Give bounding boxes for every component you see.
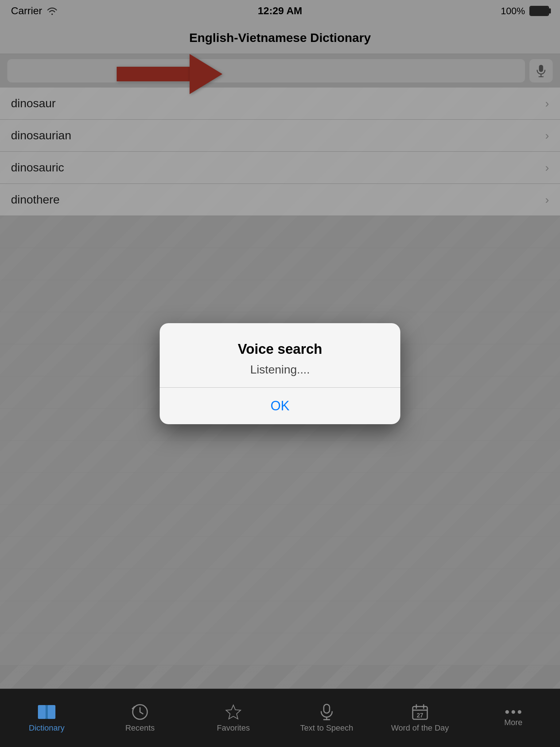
modal-backdrop: Voice search Listening.... OK [0, 0, 560, 747]
svg-rect-4 [47, 705, 55, 719]
tab-bar: Dictionary Recents Favorites Text to Spe… [0, 689, 560, 747]
svg-point-17 [512, 710, 515, 714]
tab-more[interactable]: More [467, 689, 560, 747]
svg-text:27: 27 [417, 712, 423, 719]
book-icon [37, 704, 56, 720]
tab-dictionary[interactable]: Dictionary [0, 689, 93, 747]
tab-dictionary-label: Dictionary [29, 723, 65, 733]
modal-subtitle: Listening.... [174, 363, 386, 376]
svg-point-16 [505, 710, 509, 714]
tab-tts[interactable]: Text to Speech [280, 689, 373, 747]
modal-title: Voice search [174, 341, 386, 357]
tab-more-label: More [504, 718, 522, 727]
tab-recents[interactable]: Recents [93, 689, 187, 747]
svg-point-18 [518, 710, 521, 714]
microphone-tab-icon [319, 704, 334, 720]
modal-ok-button[interactable]: OK [160, 388, 400, 424]
tab-favorites-label: Favorites [217, 723, 250, 733]
tab-wotd[interactable]: 27 Word of the Day [373, 689, 467, 747]
modal-content: Voice search Listening.... [160, 323, 400, 387]
svg-marker-7 [226, 705, 241, 719]
svg-rect-8 [324, 704, 330, 713]
clock-icon [132, 704, 148, 720]
voice-search-modal: Voice search Listening.... OK [160, 323, 400, 424]
star-icon [225, 704, 242, 720]
tab-tts-label: Text to Speech [300, 723, 353, 733]
tab-favorites[interactable]: Favorites [187, 689, 280, 747]
tab-wotd-label: Word of the Day [391, 723, 449, 733]
svg-rect-5 [46, 705, 48, 719]
more-dots-icon [505, 709, 522, 715]
svg-rect-3 [38, 705, 46, 719]
calendar-icon: 27 [412, 704, 428, 720]
tab-recents-label: Recents [125, 723, 155, 733]
